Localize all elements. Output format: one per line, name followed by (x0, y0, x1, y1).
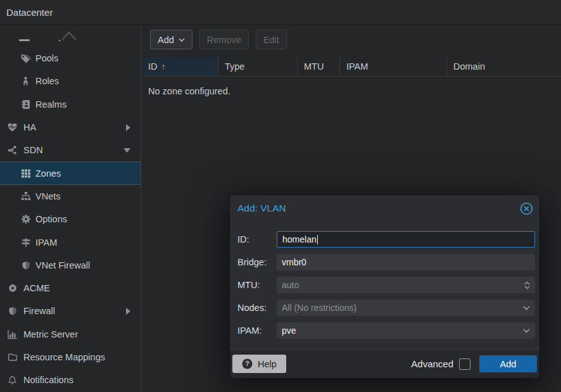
ipam-field-row: IPAM: pve (230, 322, 535, 339)
dialog-title: Add: VLAN (237, 203, 286, 214)
user-icon (20, 76, 32, 86)
chevron-right-icon (126, 308, 130, 315)
id-field-label: ID: (237, 234, 277, 244)
question-circle-icon: ? (242, 358, 253, 369)
sidebar-item-zones[interactable]: Zones (0, 161, 141, 184)
column-header-type[interactable]: Type (218, 57, 298, 76)
certificate-icon (6, 283, 18, 293)
nodes-field-row: Nodes: All (No restrictions) (230, 300, 535, 316)
shield-icon (20, 260, 32, 270)
nodes-field-label: Nodes: (237, 303, 277, 313)
mtu-field-label: MTU: (237, 280, 277, 290)
sidebar-item-metric-server[interactable]: Metric Server (0, 323, 141, 346)
edit-button[interactable]: Edit (256, 30, 287, 49)
heartbeat-icon (6, 122, 18, 132)
advanced-checkbox[interactable] (459, 358, 470, 370)
mtu-spinner[interactable]: auto (277, 277, 535, 293)
gear-icon (20, 214, 32, 224)
id-input[interactable]: homelan (277, 231, 535, 248)
chevron-down-icon (123, 148, 130, 153)
id-field-row: ID: homelan (230, 231, 535, 248)
ipam-field-label: IPAM: (237, 326, 277, 336)
sidebar-item-partial[interactable] (0, 25, 141, 47)
sidebar-item-realms[interactable]: Realms (0, 93, 141, 116)
chevron-right-icon (126, 124, 130, 131)
top-header: Datacenter (0, 0, 561, 25)
mtu-field-row: MTU: auto (230, 277, 535, 293)
dialog-body: ID: homelan Bridge: vmbr0 MTU: auto Node… (230, 231, 539, 339)
column-header-id[interactable]: ID ↑ (142, 57, 218, 76)
ipam-select[interactable]: pve (277, 322, 535, 339)
sidebar-item-notifications[interactable]: Notifications (0, 369, 141, 391)
grid-icon (20, 168, 32, 179)
sidebar-item-ha[interactable]: HA (0, 116, 141, 139)
zones-table-header: ID ↑ Type MTU IPAM Domain (142, 57, 561, 77)
svg-text:?: ? (245, 360, 249, 367)
spinner-arrows-icon[interactable] (524, 281, 530, 289)
sidebar-item-resource-mappings[interactable]: Resource Mappings (0, 346, 141, 369)
remove-button[interactable]: Remove (199, 30, 249, 49)
bridge-field-row: Bridge: vmbr0 (230, 254, 535, 270)
text-cursor (317, 235, 318, 244)
sidebar-item-vnet-firewall[interactable]: VNet Firewall (0, 254, 141, 277)
bridge-field-label: Bridge: (237, 257, 277, 267)
sitemap-icon (20, 191, 32, 201)
bar-chart-icon (6, 329, 18, 339)
sidebar-item-acme[interactable]: ACME (0, 277, 141, 300)
nodes-select[interactable]: All (No restrictions) (277, 300, 535, 316)
address-book-icon (20, 99, 32, 110)
signpost-icon (20, 237, 32, 248)
page-title: Datacenter (6, 7, 53, 18)
chevron-down-icon[interactable] (523, 306, 530, 310)
collapsed-row-fragment (59, 40, 60, 41)
sidebar-item-options[interactable]: Options (0, 208, 141, 231)
shield-icon (6, 306, 18, 316)
sidebar-item-vnets[interactable]: VNets (0, 185, 141, 208)
sidebar-item-roles[interactable]: Roles (0, 70, 141, 92)
sort-ascending-icon: ↑ (161, 61, 166, 72)
bell-icon (6, 375, 18, 385)
folder-icon (6, 352, 18, 362)
zones-toolbar: Add Remove Edit (150, 30, 287, 49)
sidebar-item-sdn[interactable]: SDN (0, 139, 141, 161)
column-header-domain[interactable]: Domain (447, 57, 561, 76)
network-icon (6, 145, 18, 155)
chevron-down-icon[interactable] (523, 329, 530, 333)
column-header-mtu[interactable]: MTU (298, 57, 340, 76)
sidebar: Pools Roles Realms HA SDN (0, 25, 141, 392)
sidebar-item-ipam[interactable]: IPAM (0, 231, 141, 253)
chevron-up-icon (61, 30, 77, 41)
close-icon[interactable] (520, 202, 533, 215)
advanced-label: Advanced (411, 358, 453, 369)
empty-table-message: No zone configured. (148, 86, 230, 96)
tags-icon (20, 53, 32, 64)
bridge-input[interactable]: vmbr0 (277, 254, 535, 270)
add-button[interactable]: Add (150, 30, 192, 49)
dialog-footer: ? Help Advanced Add (230, 349, 539, 378)
column-header-ipam[interactable]: IPAM (340, 57, 447, 76)
chevron-down-icon (179, 38, 185, 42)
dialog-add-button[interactable]: Add (479, 355, 537, 372)
collapsed-row-fragment (19, 39, 30, 41)
add-vlan-dialog: Add: VLAN ID: homelan Bridge: vmbr0 MTU:… (230, 195, 539, 378)
help-button[interactable]: ? Help (232, 355, 286, 373)
sidebar-item-firewall[interactable]: Firewall (0, 300, 141, 322)
dialog-header[interactable]: Add: VLAN (230, 195, 539, 215)
sidebar-item-pools[interactable]: Pools (0, 47, 141, 70)
